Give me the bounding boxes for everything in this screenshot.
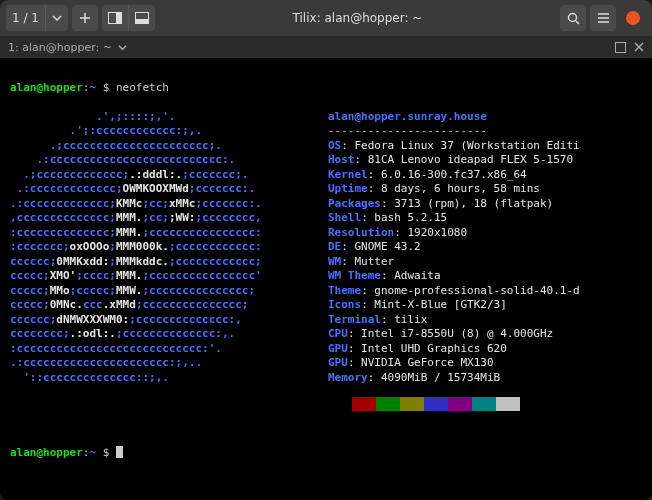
close-pane-icon[interactable]: [634, 42, 644, 52]
info-row: WM: Mutter: [328, 255, 580, 270]
info-row: Icons: Mint-X-Blue [GTK2/3]: [328, 298, 580, 313]
prompt-line: alan@hopper:~ $ neofetch: [10, 81, 642, 96]
split-right-button[interactable]: [102, 5, 128, 31]
window-title: Tilix: alan@hopper: ~: [159, 11, 556, 25]
system-info: alan@hopper.sunray.house----------------…: [328, 110, 580, 412]
search-icon: [567, 12, 580, 25]
split-right-icon: [108, 12, 122, 24]
info-row: GPU: Intel UHD Graphics 620: [328, 342, 580, 357]
titlebar: 1 / 1 Tilix: alan@hopper: ~: [0, 0, 652, 36]
new-session-button[interactable]: [72, 5, 98, 31]
color-swatch: [400, 397, 424, 411]
ascii-logo: .',;::::;,'. .';:cccccccccccc:;,. .;cccc…: [10, 110, 328, 412]
chevron-down-icon: [52, 13, 62, 23]
terminal-viewport[interactable]: alan@hopper:~ $ neofetch .',;::::;,'. .'…: [0, 58, 652, 500]
info-row: Terminal: tilix: [328, 313, 580, 328]
info-row: Resolution: 1920x1080: [328, 226, 580, 241]
terminal-tab-label[interactable]: 1: alan@hopper: ~: [8, 41, 112, 54]
session-nav-group: 1 / 1: [6, 5, 68, 31]
split-group: [102, 5, 155, 31]
color-swatch: [472, 397, 496, 411]
info-row: Host: 81CA Lenovo ideapad FLEX 5-1570: [328, 153, 580, 168]
color-swatch: [448, 397, 472, 411]
info-row: OS: Fedora Linux 37 (Workstation Editi: [328, 139, 580, 154]
entered-command: neofetch: [116, 81, 169, 94]
neofetch-output: .',;::::;,'. .';:cccccccccccc:;,. .;cccc…: [10, 110, 642, 412]
color-swatch: [352, 397, 376, 411]
info-header: alan@hopper.sunray.house: [328, 110, 580, 125]
info-row: Uptime: 8 days, 6 hours, 58 mins: [328, 182, 580, 197]
info-row: Theme: gnome-professional-solid-40.1-d: [328, 284, 580, 299]
split-down-button[interactable]: [128, 5, 155, 31]
hamburger-icon: [597, 12, 610, 24]
prompt-user-host: alan@hopper: [10, 81, 83, 94]
terminal-tabbar: 1: alan@hopper: ~: [0, 36, 652, 58]
split-down-icon: [135, 12, 149, 24]
info-row: Memory: 4090MiB / 15734MiB: [328, 371, 580, 386]
plus-icon: [79, 12, 91, 24]
session-dropdown-button[interactable]: [45, 5, 68, 31]
info-row: DE: GNOME 43.2: [328, 240, 580, 255]
info-row: Kernel: 6.0.16-300.fc37.x86_64: [328, 168, 580, 183]
svg-rect-3: [136, 19, 148, 24]
chevron-down-icon[interactable]: [118, 43, 127, 52]
maximize-pane-icon[interactable]: [615, 42, 626, 53]
info-row: CPU: Intel i7-8550U (8) @ 4.000GHz: [328, 327, 580, 342]
info-row: GPU: NVIDIA GeForce MX130: [328, 356, 580, 371]
color-palette: [328, 397, 580, 411]
color-swatch: [376, 397, 400, 411]
hamburger-menu-button[interactable]: [590, 5, 616, 31]
svg-rect-5: [616, 42, 626, 52]
info-row: WM Theme: Adwaita: [328, 269, 580, 284]
info-row: Packages: 3713 (rpm), 18 (flatpak): [328, 197, 580, 212]
prompt-line: alan@hopper:~ $: [10, 446, 642, 461]
cursor: [116, 446, 123, 458]
color-swatch: [328, 397, 352, 411]
svg-point-4: [568, 13, 576, 21]
color-swatch: [496, 397, 520, 411]
session-counter[interactable]: 1 / 1: [6, 5, 45, 31]
info-row: Shell: bash 5.2.15: [328, 211, 580, 226]
info-separator: ------------------------: [328, 124, 580, 139]
search-button[interactable]: [560, 5, 586, 31]
window-close-button[interactable]: [626, 11, 640, 25]
svg-rect-1: [116, 13, 122, 23]
color-swatch: [424, 397, 448, 411]
